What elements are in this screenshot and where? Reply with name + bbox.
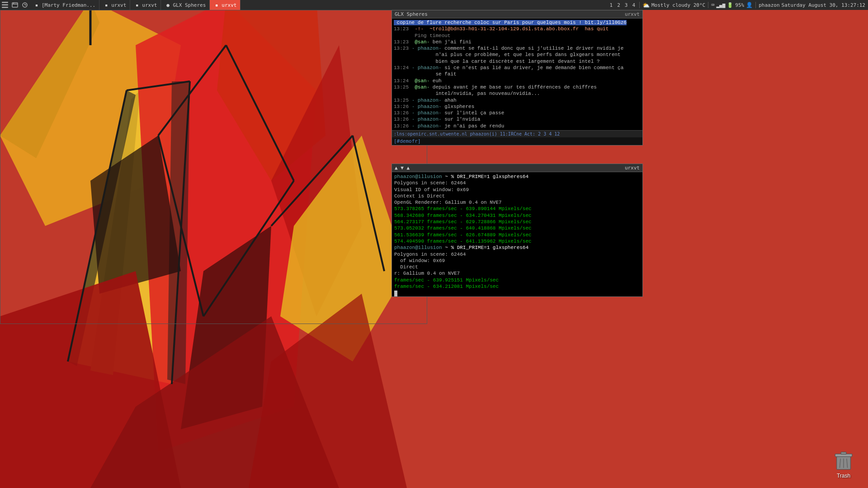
svg-rect-37 bbox=[841, 452, 846, 454]
terminal-icon-1: ▪ bbox=[33, 2, 40, 8]
term-line-7: 564.273177 frames/sec - 629.728866 Mpixe… bbox=[394, 219, 640, 225]
term-line-11: phaazon@illusion ~ % DRI_PRIME=1 glxsphe… bbox=[394, 244, 640, 251]
irc-line-5b: se fait bbox=[394, 71, 641, 77]
taskbar-left: ▪ [Marty Friedman... ▪ urxvt ▪ urxvt ● G… bbox=[0, 0, 609, 10]
term-line-0: phaazon@illusion ~ % DRI_PRIME=1 glxsphe… bbox=[394, 174, 640, 180]
window-btn-urxvt-active[interactable]: ▪ urxvt bbox=[210, 0, 241, 10]
irc-line-11: 13:26 · phaazon· sur l'nvidia bbox=[394, 116, 641, 122]
files-icon[interactable] bbox=[10, 0, 20, 10]
term-line-1: Polygons in scene: 62464 bbox=[394, 180, 640, 186]
irc-line-4c: bien que la carte discrète est largement… bbox=[394, 58, 641, 65]
term-line-5: 573.378265 frames/sec - 639.890144 Mpixe… bbox=[394, 206, 640, 212]
irc-line-3: 13:23 @san· ben j'ai fini bbox=[394, 39, 641, 45]
window-btn-glxspheres[interactable]: ● GLX Spheres bbox=[161, 0, 210, 10]
term-content[interactable]: phaazon@illusion ~ % DRI_PRIME=1 glxsphe… bbox=[392, 172, 642, 296]
irc-line-4b: n'ai plus ce problème, et que les perfs … bbox=[394, 52, 641, 58]
terminal-window[interactable]: ▲ ▼ ▲ urxvt phaazon@illusion ~ % DRI_PRI… bbox=[392, 164, 643, 297]
sep-2 bbox=[708, 2, 708, 8]
term-cursor-line bbox=[394, 290, 640, 296]
weather-icon: ⛅ bbox=[642, 2, 650, 9]
term-title-left: ▲ ▼ ▲ bbox=[395, 165, 410, 171]
taskbar: ▪ [Marty Friedman... ▪ urxvt ▪ urxvt ● G… bbox=[0, 0, 868, 10]
terminal-icon-2: ▪ bbox=[103, 2, 109, 8]
user-icon: 👤 bbox=[746, 2, 753, 8]
irc-line-12: 13:26 · phaazon· je n'ai pas de rendu bbox=[394, 123, 641, 129]
irc-line-7: 13:25 @san· depuis avant je me base sur … bbox=[394, 84, 641, 90]
irc-line-5: 13:24 · phaazon· si ce n'est pas lié au … bbox=[394, 65, 641, 71]
term-line-12: Polygons in scene: 62464 bbox=[394, 251, 640, 258]
irc-status-text: :lns:openirc.snt.utwente.nl phaazon(i) 1… bbox=[394, 131, 560, 136]
left-terminal-window bbox=[0, 10, 427, 324]
wifi-icon: ▂▄▆ bbox=[716, 2, 725, 8]
irc-content[interactable]: copine de flure recherche coloc sur Pari… bbox=[392, 19, 642, 130]
window-btn-marty[interactable]: ▪ [Marty Friedman... bbox=[30, 0, 99, 10]
trash-icon[interactable]: Trash bbox=[833, 450, 854, 479]
irc-channel-bar: [#demofr] bbox=[392, 137, 642, 145]
term-line-8: 573.052032 frames/sec - 640.418868 Mpixe… bbox=[394, 225, 640, 231]
term-line-17: frames/sec - 634.212081 Mpixels/sec bbox=[394, 283, 640, 290]
svg-rect-29 bbox=[12, 3, 18, 7]
term-line-3: Context is Direct bbox=[394, 193, 640, 199]
sep-1 bbox=[639, 2, 640, 8]
irc-line-6: 13:24 @san· euh bbox=[394, 78, 641, 84]
workspace-2[interactable]: 2 bbox=[616, 2, 622, 8]
term-line-9: 561.536639 frames/sec - 626.674889 Mpixe… bbox=[394, 232, 640, 238]
irc-channel: [#demofr] bbox=[394, 138, 421, 144]
irc-line-10: 13:26 · phaazon· sur l'intel ça passe bbox=[394, 110, 641, 116]
term-line-6: 568.342680 frames/sec - 634.270431 Mpixe… bbox=[394, 212, 640, 219]
irc-title-left: GLX Spheres bbox=[395, 11, 428, 17]
username: phaazon bbox=[759, 2, 779, 8]
svg-rect-26 bbox=[2, 2, 8, 3]
svg-rect-28 bbox=[2, 7, 8, 8]
irc-line-4: 13:23 · phaazon· comment se fait-il donc… bbox=[394, 45, 641, 52]
terminal-icon-4: ▪ bbox=[213, 2, 220, 8]
irc-statusbar: :lns:openirc.snt.utwente.nl phaazon(i) 1… bbox=[392, 130, 642, 137]
battery-text: 95% bbox=[735, 2, 744, 8]
trash-svg-icon bbox=[833, 450, 854, 472]
term-title-right: urxvt bbox=[625, 165, 640, 171]
irc-window[interactable]: GLX Spheres urxvt copine de flure recher… bbox=[392, 10, 643, 145]
trash-label: Trash bbox=[837, 473, 850, 479]
keyboard-icon: ⌨ bbox=[711, 2, 714, 8]
irc-titlebar: GLX Spheres urxvt bbox=[392, 10, 642, 19]
term-line-10: 574.494590 frames/sec - 641.135962 Mpixe… bbox=[394, 238, 640, 244]
workspace-1[interactable]: 1 bbox=[609, 2, 614, 8]
battery-icon: 🔋 bbox=[727, 2, 733, 8]
irc-line-7b: intel/nvidia, pas nouveau/nvidia... bbox=[394, 90, 641, 97]
irc-line-8: 13:25 · phaazon· ahah bbox=[394, 97, 641, 103]
term-line-16: frames/sec - 639.925151 Mpixels/sec bbox=[394, 277, 640, 283]
term-line-2: Visual ID of window: 0x69 bbox=[394, 187, 640, 193]
irc-line-2: Ping timeout bbox=[394, 33, 641, 39]
windows-area: GLX Spheres urxvt copine de flure recher… bbox=[0, 10, 868, 488]
sep-3 bbox=[755, 2, 756, 8]
term-line-13: of window: 0x69 bbox=[394, 258, 640, 264]
datetime: Saturday August 30, 13:27:12 bbox=[782, 2, 865, 8]
irc-title-right: urxvt bbox=[625, 11, 640, 17]
window-btn-urxvt-1[interactable]: ▪ urxvt bbox=[99, 0, 130, 10]
term-titlebar: ▲ ▼ ▲ urxvt bbox=[392, 164, 642, 172]
app-menu-icon[interactable] bbox=[0, 0, 10, 10]
terminal-icon-3: ▪ bbox=[134, 2, 140, 8]
term-line-4: OpenGL Renderer: Gallium 0.4 on NVE7 bbox=[394, 199, 640, 206]
irc-line-9: 13:26 · phaazon· glxspheres bbox=[394, 103, 641, 110]
svg-rect-27 bbox=[2, 5, 8, 6]
term-line-15: r: Gallium 0.4 on NVE7 bbox=[394, 270, 640, 277]
window-btn-urxvt-2[interactable]: ▪ urxvt bbox=[130, 0, 161, 10]
titlebar-controls: urxvt bbox=[625, 11, 640, 17]
irc-line-0: copine de flure recherche coloc sur Pari… bbox=[394, 19, 641, 26]
sphere-icon: ● bbox=[165, 2, 171, 8]
workspace-4[interactable]: 4 bbox=[631, 2, 637, 8]
term-line-14: Direct bbox=[394, 264, 640, 270]
weather-text: Mostly cloudy 20°C bbox=[651, 2, 705, 8]
clock-icon[interactable] bbox=[20, 0, 30, 10]
taskbar-right: 1 2 3 4 ⛅ Mostly cloudy 20°C ⌨ ▂▄▆ 🔋 95%… bbox=[609, 2, 868, 9]
irc-line-1: 13:23 ·!· ~troll@bdn33-h01-31-32-104-129… bbox=[394, 26, 641, 32]
workspace-3[interactable]: 3 bbox=[623, 2, 629, 8]
